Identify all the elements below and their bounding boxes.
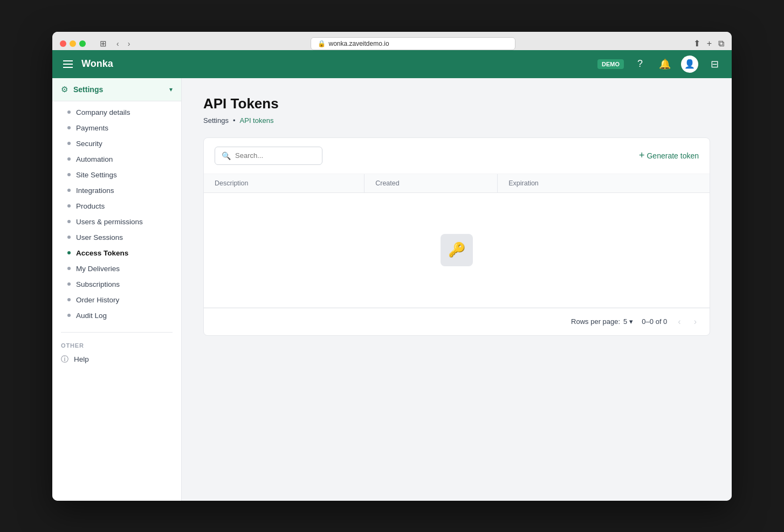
token-card-toolbar: 🔍 + Generate token: [204, 138, 710, 174]
item-dot: [67, 236, 71, 239]
share-button[interactable]: ⬆: [693, 38, 700, 49]
prev-page-button[interactable]: ‹: [676, 315, 683, 329]
back-button[interactable]: ‹: [114, 38, 121, 49]
new-tab-button[interactable]: +: [707, 39, 712, 49]
url-text: wonka.zaveitdemo.io: [329, 40, 389, 47]
table-header: Description Created Expiration: [204, 174, 710, 193]
sidebar-item-label: Payments: [76, 124, 108, 132]
rows-per-page-select[interactable]: 5 ▾: [623, 317, 633, 326]
sidebar-item-label: Security: [76, 140, 102, 148]
sidebar-item-security[interactable]: Security: [52, 136, 181, 151]
settings-section-label: Settings: [73, 85, 164, 94]
search-input[interactable]: [235, 151, 315, 160]
browser-nav: ⊞ ‹ ›: [97, 38, 132, 50]
empty-state-row: 🔑: [204, 192, 710, 307]
chevron-down-icon: ▾: [169, 86, 173, 93]
sidebar-item-label: Subscriptions: [76, 280, 120, 288]
sidebar-item-label: Automation: [76, 155, 113, 163]
sidebar-divider: [61, 332, 173, 333]
sidebar-item-label: Order History: [76, 296, 119, 304]
sidebar-item-label: Audit Log: [76, 312, 107, 320]
table-col-created: Created: [365, 174, 498, 193]
demo-badge: DEMO: [597, 59, 624, 69]
item-dot: [67, 157, 71, 161]
breadcrumb-separator: •: [233, 116, 236, 125]
sidebar-items-list: Company details Payments Security Automa…: [52, 101, 181, 327]
item-dot: [67, 314, 71, 317]
item-dot: [67, 173, 71, 176]
sidebar-item-site-settings[interactable]: Site Settings: [52, 167, 181, 183]
next-page-button[interactable]: ›: [692, 315, 699, 329]
help-icon-button[interactable]: ?: [631, 56, 649, 73]
browser-actions: ⬆ + ⧉: [693, 38, 724, 49]
layout-toggle-button[interactable]: ⊟: [706, 56, 723, 73]
gear-icon: ⚙: [61, 85, 68, 94]
sidebar-item-integrations[interactable]: Integrations: [52, 183, 181, 198]
browser-chrome: ⊞ ‹ › 🔒 wonka.zaveitdemo.io ⬆ + ⧉: [52, 32, 732, 50]
minimize-button[interactable]: [70, 40, 76, 47]
sidebar-item-help[interactable]: ⓘ Help: [52, 351, 181, 368]
url-input[interactable]: 🔒 wonka.zaveitdemo.io: [311, 37, 515, 50]
breadcrumb-current: API tokens: [240, 116, 274, 125]
sidebar-toggle-button[interactable]: ⊞: [97, 38, 110, 50]
generate-token-button[interactable]: + Generate token: [639, 150, 699, 161]
sidebar-item-access-tokens[interactable]: Access Tokens: [52, 245, 181, 261]
search-container: 🔍: [215, 147, 322, 165]
sidebar-item-my-deliveries[interactable]: My Deliveries: [52, 261, 181, 277]
sidebar-item-label: Access Tokens: [76, 249, 128, 257]
sidebar-item-company-details[interactable]: Company details: [52, 105, 181, 120]
sidebar-item-label: User Sessions: [76, 233, 123, 241]
page-title: API Tokens: [203, 95, 710, 112]
sidebar-item-label: Site Settings: [76, 171, 117, 179]
sidebar-item-payments[interactable]: Payments: [52, 120, 181, 136]
settings-section-header[interactable]: ⚙ Settings ▾: [52, 78, 181, 101]
avatar-button[interactable]: 👤: [681, 56, 698, 73]
sidebar-item-order-history[interactable]: Order History: [52, 292, 181, 308]
item-dot: [67, 267, 71, 270]
table-col-expiration: Expiration: [498, 174, 648, 193]
top-nav: Wonka DEMO ? 🔔 👤 ⊟: [52, 50, 732, 78]
empty-state: 🔑: [215, 202, 699, 299]
table-header-row: Description Created Expiration: [204, 174, 710, 193]
maximize-button[interactable]: [79, 40, 86, 47]
generate-token-label: Generate token: [647, 151, 699, 160]
app-title: Wonka: [81, 58, 591, 70]
token-table: Description Created Expiration: [204, 174, 710, 308]
close-button[interactable]: [60, 40, 66, 47]
rows-per-page-label: Rows per page:: [571, 317, 620, 326]
table-body: 🔑: [204, 192, 710, 307]
other-section-label: OTHER: [52, 338, 181, 351]
search-icon: 🔍: [222, 151, 231, 160]
plus-icon: +: [639, 150, 645, 161]
help-circle-icon: ⓘ: [61, 355, 68, 364]
item-dot: [67, 298, 71, 301]
sidebar-item-automation[interactable]: Automation: [52, 151, 181, 167]
breadcrumb-settings[interactable]: Settings: [203, 116, 229, 125]
item-dot: [67, 110, 71, 114]
item-dot: [67, 189, 71, 192]
sidebar-item-audit-log[interactable]: Audit Log: [52, 308, 181, 323]
lock-icon: 🔒: [318, 40, 326, 47]
rows-per-page: Rows per page: 5 ▾: [571, 317, 633, 326]
sidebar-item-products[interactable]: Products: [52, 198, 181, 214]
breadcrumb: Settings • API tokens: [203, 116, 710, 125]
top-nav-right: DEMO ? 🔔 👤 ⊟: [597, 56, 723, 73]
sidebar-item-label: Users & permissions: [76, 218, 143, 226]
item-dot: [67, 282, 71, 286]
sidebar-item-users-permissions[interactable]: Users & permissions: [52, 214, 181, 230]
item-dot-active: [67, 251, 71, 254]
hamburger-button[interactable]: [61, 58, 75, 70]
app-layout: Wonka DEMO ? 🔔 👤 ⊟ ⚙ Settings ▾: [52, 50, 732, 501]
table-col-actions: [647, 174, 710, 193]
content-area: API Tokens Settings • API tokens 🔍 +: [182, 78, 732, 501]
sidebar-item-label: Integrations: [76, 186, 114, 195]
sidebar-item-subscriptions[interactable]: Subscriptions: [52, 277, 181, 292]
main-body: ⚙ Settings ▾ Company details Payments: [52, 78, 732, 501]
chevron-down-icon: ▾: [629, 317, 633, 326]
split-view-button[interactable]: ⧉: [718, 39, 724, 49]
token-card: 🔍 + Generate token Description: [203, 137, 710, 336]
notifications-icon-button[interactable]: 🔔: [656, 56, 673, 73]
sidebar-item-user-sessions[interactable]: User Sessions: [52, 230, 181, 245]
empty-state-cell: 🔑: [204, 192, 710, 307]
forward-button[interactable]: ›: [126, 38, 133, 49]
